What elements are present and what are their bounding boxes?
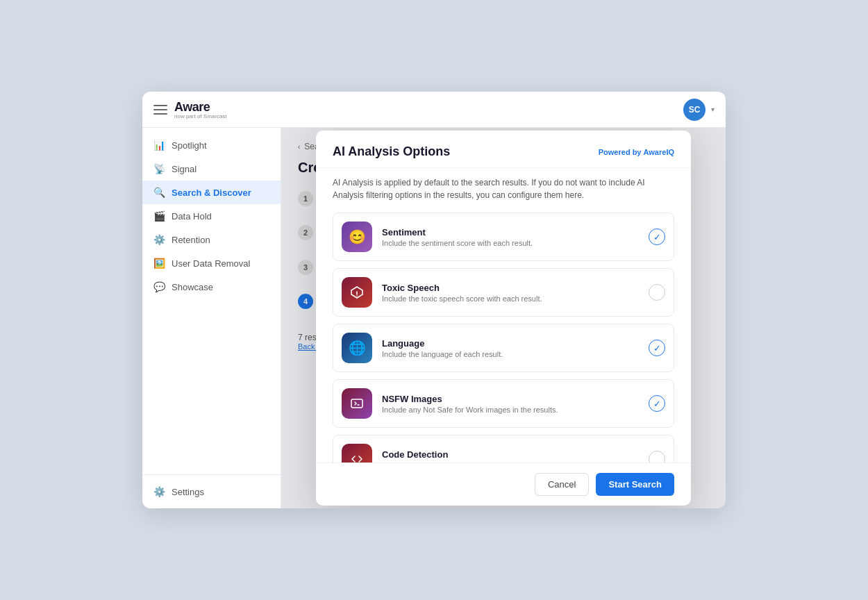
ai-option-language[interactable]: 🌐 Language Include the language of each … (333, 324, 674, 372)
language-icon: 🌐 (342, 333, 372, 363)
app-header: Aware now part of Smarcast SC ▾ (142, 92, 726, 128)
sentiment-icon: 😊 (342, 222, 372, 252)
code-text: Code Detection Determine if a result inc… (382, 449, 639, 463)
sidebar-item-search-discover[interactable]: 🔍 Search & Discover (142, 181, 281, 204)
sidebar-label-user-data-removal: User Data Removal (172, 258, 250, 269)
sidebar-item-data-hold[interactable]: 🎬 Data Hold (142, 204, 281, 228)
nsfw-icon (342, 388, 372, 419)
avatar[interactable]: SC (683, 99, 706, 121)
sidebar-label-search-discover: Search & Discover (172, 188, 251, 198)
language-title: Language (382, 338, 639, 349)
sidebar-label-retention: Retention (172, 235, 210, 245)
sidebar-label-showcase: Showcase (172, 282, 213, 292)
modal-brand: AwareIQ (644, 148, 674, 156)
sidebar-item-signal[interactable]: 📡 Signal (142, 157, 281, 181)
language-desc: Include the language of each result. (382, 350, 639, 358)
start-search-button[interactable]: Start Search (596, 473, 674, 496)
settings-label: Settings (172, 487, 204, 497)
showcase-icon: 💬 (153, 281, 165, 292)
header-right: SC ▾ (683, 99, 715, 121)
toxic-icon (342, 277, 372, 308)
sidebar: 📊 Spotlight 📡 Signal 🔍 Search & Discover… (142, 128, 281, 508)
settings-icon: ⚙️ (153, 486, 165, 497)
sidebar-label-signal: Signal (172, 164, 197, 174)
modal-description: AI Analysis is applied by default to the… (316, 168, 691, 207)
sidebar-item-showcase[interactable]: 💬 Showcase (142, 275, 281, 299)
toxic-desc: Include the toxic speech score with each… (382, 294, 639, 303)
sentiment-desc: Include the sentiment score with each re… (382, 239, 639, 247)
modal: AI Analysis Options Powered by AwareIQ A… (316, 131, 691, 506)
toxic-checkbox[interactable] (649, 284, 665, 301)
nsfw-checkbox[interactable]: ✓ (649, 395, 665, 412)
sidebar-label-spotlight: Spotlight (172, 140, 207, 151)
modal-powered: Powered by AwareIQ (599, 148, 674, 156)
logo: Aware now part of Smarcast (174, 100, 227, 119)
data-hold-icon: 🎬 (153, 210, 165, 222)
ai-option-toxic[interactable]: Toxic Speech Include the toxic speech sc… (333, 268, 674, 317)
modal-footer: Cancel Start Search (316, 462, 691, 506)
language-checkbox[interactable]: ✓ (649, 340, 665, 356)
modal-overlay: AI Analysis Options Powered by AwareIQ A… (281, 128, 726, 508)
ai-option-sentiment[interactable]: 😊 Sentiment Include the sentiment score … (333, 212, 674, 261)
code-checkbox[interactable] (649, 451, 665, 462)
signal-icon: 📡 (153, 163, 165, 174)
chevron-down-icon[interactable]: ▾ (711, 106, 715, 113)
modal-title: AI Analysis Options (333, 144, 450, 159)
app-body: 📊 Spotlight 📡 Signal 🔍 Search & Discover… (142, 128, 726, 508)
sidebar-item-spotlight[interactable]: 📊 Spotlight (142, 133, 281, 157)
retention-icon: ⚙️ (153, 234, 165, 245)
ai-option-nsfw[interactable]: NSFW Images Include any Not Safe for Wor… (333, 379, 674, 428)
sentiment-checkbox[interactable]: ✓ (649, 228, 665, 245)
main-content: ‹ Search and Discover Create a search 1 … (281, 128, 726, 508)
user-data-removal-icon: 🖼️ (153, 258, 165, 269)
sidebar-item-settings[interactable]: ⚙️ Settings (153, 483, 269, 500)
nsfw-desc: Include any Not Safe for Work images in … (382, 406, 639, 414)
sentiment-title: Sentiment (382, 227, 639, 238)
ai-option-code[interactable]: Code Detection Determine if a result inc… (333, 435, 674, 462)
modal-body: 😊 Sentiment Include the sentiment score … (316, 207, 691, 462)
sidebar-nav: 📊 Spotlight 📡 Signal 🔍 Search & Discover… (142, 128, 281, 474)
menu-icon[interactable] (153, 105, 167, 115)
toxic-title: Toxic Speech (382, 283, 639, 293)
toxic-text: Toxic Speech Include the toxic speech sc… (382, 283, 639, 303)
nsfw-text: NSFW Images Include any Not Safe for Wor… (382, 394, 639, 414)
app-window: Aware now part of Smarcast SC ▾ 📊 Spotli… (142, 92, 726, 508)
code-title: Code Detection (382, 449, 639, 460)
cancel-button[interactable]: Cancel (535, 473, 589, 496)
sidebar-label-data-hold: Data Hold (172, 211, 212, 222)
search-discover-icon: 🔍 (153, 187, 165, 198)
header-left: Aware now part of Smarcast (153, 100, 227, 119)
modal-header: AI Analysis Options Powered by AwareIQ (316, 131, 691, 168)
sentiment-text: Sentiment Include the sentiment score wi… (382, 227, 639, 247)
code-icon (342, 444, 372, 462)
nsfw-title: NSFW Images (382, 394, 639, 404)
sidebar-item-user-data-removal[interactable]: 🖼️ User Data Removal (142, 251, 281, 275)
language-text: Language Include the language of each re… (382, 338, 639, 358)
spotlight-icon: 📊 (153, 140, 165, 151)
sidebar-item-retention[interactable]: ⚙️ Retention (142, 228, 281, 251)
sidebar-footer: ⚙️ Settings (142, 474, 281, 508)
